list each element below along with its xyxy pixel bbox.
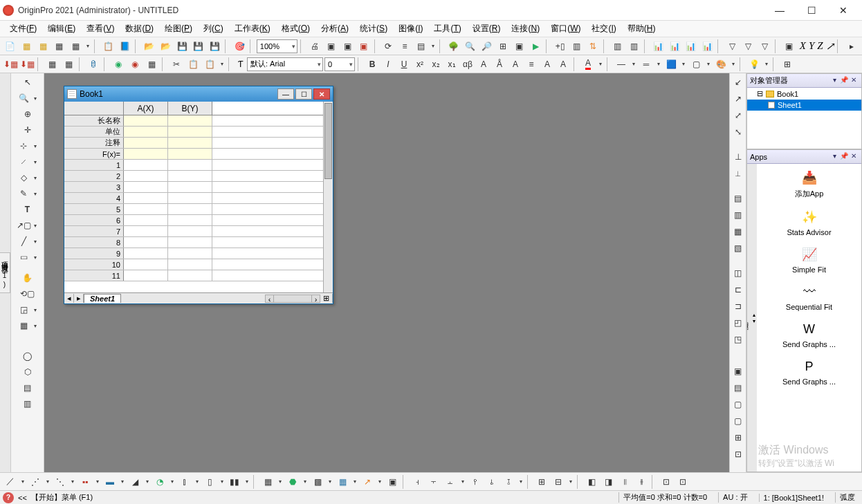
distribute2-icon[interactable]: ⫵ [634,474,649,489]
tool-b[interactable]: ▥ [626,39,641,54]
zoom-tool[interactable]: 🔍 [16,91,31,106]
apps-side-tabs[interactable]: ▴▾所有 推荐类 [747,164,757,472]
region2-tool[interactable]: ▤ [20,380,35,395]
group-icon[interactable]: ⊞ [534,474,549,489]
refresh-button[interactable]: ⟳ [380,39,396,54]
data-cell[interactable] [168,215,212,225]
align-m-icon[interactable]: ⫰ [484,474,499,489]
menu-item[interactable]: 设置(R) [468,21,505,36]
layer9-icon[interactable]: ◳ [731,332,746,347]
workbook-titlebar[interactable]: Book1 — ☐ ✕ [64,86,333,102]
data-cell[interactable] [124,193,168,203]
row-header[interactable]: 9 [64,248,124,259]
layer3-icon[interactable]: ▦ [731,224,746,239]
minimize-button[interactable]: — [764,0,796,21]
data-cell[interactable] [168,182,212,192]
vertical-scrollbar[interactable] [323,102,333,292]
close-button[interactable]: ✕ [827,0,859,21]
maximize-button[interactable]: ☐ [796,0,827,21]
app-item[interactable]: 📥添加App [757,164,861,203]
data-selector-tool[interactable]: ⟋ [16,154,31,169]
rotate-tool[interactable]: ⟲▢ [20,286,35,301]
template-plot-icon[interactable]: ▣ [385,474,400,489]
rect-tool[interactable]: ▭ [16,250,31,265]
duplicate-button[interactable]: ▣ [356,39,372,54]
video-button[interactable]: ▣ [340,39,355,54]
zoom-combo[interactable]: 100% [257,39,297,53]
layer4-icon[interactable]: ▧ [731,241,746,256]
menu-item[interactable]: 编辑(E) [44,21,80,36]
row-header[interactable]: F(x)= [64,149,124,159]
paste-button[interactable]: 📋 [202,57,217,72]
column-button[interactable]: ▥ [569,39,585,54]
import-wizard-button[interactable]: 🎯 [232,39,247,54]
bar-chart3-icon[interactable]: 📊 [684,39,699,54]
row-header[interactable]: 5 [64,204,124,214]
format-button-9[interactable]: A [508,57,523,72]
arrow-tool[interactable]: ↗▢ [16,218,31,233]
copy-button[interactable]: 📋 [185,57,201,72]
obj2-icon[interactable]: ▤ [731,380,746,395]
digitizer-button[interactable]: ◉ [111,57,126,72]
save-window-button[interactable]: 💾 [208,39,223,54]
data-cell[interactable] [168,270,212,281]
cell-color-button[interactable]: ▢ [688,57,704,72]
mask-tool[interactable]: ◇ [16,170,31,185]
back-icon[interactable]: ◨ [600,474,616,489]
app-item[interactable]: ✨Stats Advisor [757,203,861,241]
menu-item[interactable]: 窗口(W) [547,21,585,36]
mask3-button[interactable]: ▽ [758,39,773,54]
menu-item[interactable]: 连接(N) [507,21,544,36]
menu-item[interactable]: 查看(V) [82,21,118,36]
data-cell[interactable] [124,270,168,281]
app-item[interactable]: 📈Simple Fit [757,241,861,278]
layer-button[interactable]: ▣ [782,39,797,54]
app-item[interactable]: 〰Sequential Fit [757,278,861,315]
pie-plot-icon[interactable]: ◔ [152,474,167,489]
area-plot-icon[interactable]: ◢ [127,474,143,489]
vector-plot-icon[interactable]: ↗ [360,474,375,489]
image-plot-icon[interactable]: ▦ [335,474,350,489]
column-plot-icon[interactable]: ▪▪ [77,474,93,489]
axis-button[interactable]: Y [809,40,814,52]
workbook-min-button[interactable]: — [277,88,294,100]
panel-menu-icon[interactable]: ▾ [829,76,839,86]
scale-out-icon[interactable]: ↗ [731,91,746,106]
menu-item[interactable]: 帮助(H) [623,21,660,36]
meta-cell[interactable] [168,149,212,159]
data-cell[interactable] [124,248,168,259]
menu-item[interactable]: 数据(D) [121,21,158,36]
obj1-icon[interactable]: ▣ [731,364,746,379]
snap2-icon[interactable]: ⊡ [675,474,690,489]
font-color-button[interactable]: A [580,57,596,72]
bar-chart2-icon[interactable]: 📊 [668,39,683,54]
draw-tool[interactable]: ✎ [16,186,31,201]
print-button[interactable]: 🖨 [307,39,322,54]
row-header[interactable]: 8 [64,237,124,248]
import-single-button[interactable]: ⬇▦ [3,57,18,72]
line-plot-icon[interactable]: ／ [3,474,18,489]
bar-chart4-icon[interactable]: 📊 [700,39,715,54]
format-button-12[interactable]: A [556,57,571,72]
row-header[interactable]: 11 [64,270,124,281]
menu-item[interactable]: 格式(O) [277,21,314,36]
tree-item[interactable]: Sheet1 [747,100,861,111]
data-cell[interactable] [124,204,168,214]
align-c-icon[interactable]: ⫟ [426,474,441,489]
row-header[interactable]: 4 [64,193,124,203]
open-button[interactable]: 📂 [142,39,157,54]
apps-pin-icon[interactable]: 📌 [839,152,849,162]
menu-item[interactable]: 工作表(K) [230,21,275,36]
grid-view-button[interactable]: ⊞ [495,39,511,54]
column-header[interactable]: A(X) [124,102,168,115]
reimport2-button[interactable]: ▦ [61,57,76,72]
screen-reader-tool[interactable]: ✛ [20,122,35,138]
menu-item[interactable]: 绘图(P) [161,21,196,36]
pointer-tool[interactable]: ↖ [20,75,35,90]
panel-pin-icon[interactable]: 📌 [839,76,849,86]
menu-item[interactable]: 分析(A) [317,21,353,36]
bar-plot-icon[interactable]: ▬ [102,474,118,489]
obj5-icon[interactable]: ⊞ [731,430,746,445]
contour-plot-icon[interactable]: ▦ [260,474,275,489]
menu-item[interactable]: 社交(I) [587,21,620,36]
